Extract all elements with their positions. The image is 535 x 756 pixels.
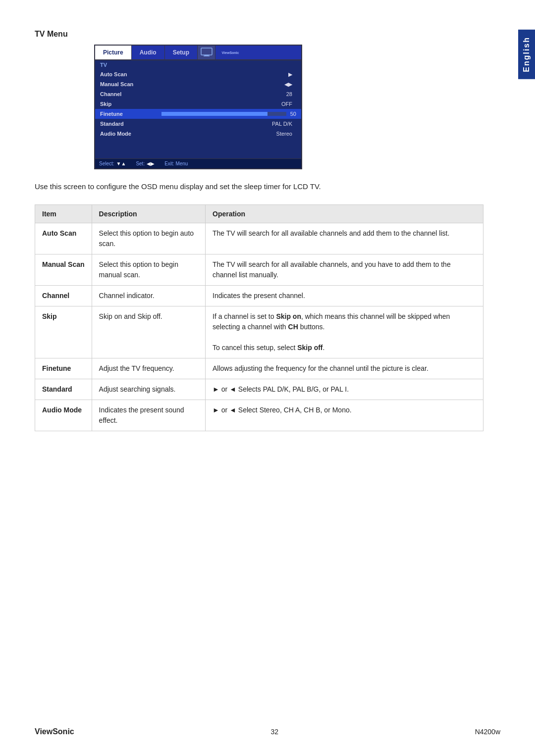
- osd-bottom-select: Select: ▼▲: [99, 161, 126, 166]
- item-manualscan: Manual Scan: [35, 254, 92, 285]
- table-row-autoscan: Auto Scan Select this option to begin au…: [35, 223, 483, 254]
- op-audiomode: ► or ◄ Select Stereo, CH A, CH B, or Mon…: [206, 400, 483, 431]
- table-row-finetune: Finetune Adjust the TV frequency. Allows…: [35, 358, 483, 379]
- col-header-item: Item: [35, 204, 92, 223]
- section-title: TV Menu: [35, 30, 483, 39]
- osd-bottom-bar: Select: ▼▲ Set: ◀▶ Exit: Menu: [95, 158, 301, 168]
- col-header-description: Description: [92, 204, 205, 223]
- osd-tab-setup[interactable]: Setup: [165, 46, 198, 59]
- osd-row-spacer2: [95, 149, 301, 158]
- item-finetune: Finetune: [35, 358, 92, 379]
- svg-rect-0: [201, 48, 212, 55]
- footer-page: 32: [270, 728, 278, 736]
- col-header-operation: Operation: [206, 204, 483, 223]
- osd-section-label: TV: [95, 60, 301, 69]
- footer-brand: ViewSonic: [35, 727, 74, 736]
- description-text: Use this screen to configure the OSD men…: [35, 181, 483, 193]
- desc-channel: Channel indicator.: [92, 285, 205, 306]
- table-row-skip: Skip Skip on and Skip off. If a channel …: [35, 306, 483, 358]
- osd-finetune-bar: [161, 112, 286, 116]
- op-standard: ► or ◄ Selects PAL D/K, PAL B/G, or PAL …: [206, 379, 483, 400]
- osd-bottom-exit: Exit: Menu: [164, 161, 188, 166]
- desc-manualscan: Select this option to begin manual scan.: [92, 254, 205, 285]
- item-audiomode: Audio Mode: [35, 400, 92, 431]
- osd-row-audiomode: Audio Mode Stereo: [95, 129, 301, 139]
- osd-tab-bar: Picture Audio Setup ViewSonic: [95, 46, 301, 60]
- osd-screenshot: Picture Audio Setup ViewSonic: [94, 45, 302, 169]
- op-channel: Indicates the present channel.: [206, 285, 483, 306]
- desc-audiomode: Indicates the present sound effect.: [92, 400, 205, 431]
- osd-row-manualscan: Manual Scan ◀▶: [95, 79, 301, 89]
- op-skip: If a channel is set to Skip on, which me…: [206, 306, 483, 358]
- table-header-row: Item Description Operation: [35, 204, 483, 223]
- desc-autoscan: Select this option to begin auto scan.: [92, 223, 205, 254]
- op-manualscan: The TV will search for all available cha…: [206, 254, 483, 285]
- table-row-standard: Standard Adjust searching signals. ► or …: [35, 379, 483, 400]
- osd-row-spacer1: [95, 139, 301, 149]
- table-row-audiomode: Audio Mode Indicates the present sound e…: [35, 400, 483, 431]
- osd-monitor-icon: [198, 46, 215, 59]
- item-skip: Skip: [35, 306, 92, 358]
- osd-row-finetune: Finetune 50: [95, 109, 301, 119]
- desc-skip: Skip on and Skip off.: [92, 306, 205, 358]
- table-row-manualscan: Manual Scan Select this option to begin …: [35, 254, 483, 285]
- info-table: Item Description Operation Auto Scan Sel…: [35, 204, 483, 431]
- osd-tab-picture[interactable]: Picture: [95, 46, 132, 59]
- language-tab: English: [518, 30, 535, 79]
- desc-finetune: Adjust the TV frequency.: [92, 358, 205, 379]
- osd-brand-icon: ViewSonic: [215, 46, 245, 59]
- op-finetune: Allows adjusting the frequency for the c…: [206, 358, 483, 379]
- osd-row-skip: Skip OFF: [95, 99, 301, 109]
- osd-row-standard: Standard PAL D/K: [95, 119, 301, 129]
- op-autoscan: The TV will search for all available cha…: [206, 223, 483, 254]
- page-footer: ViewSonic 32 N4200w: [0, 727, 535, 736]
- osd-row-channel: Channel 28: [95, 89, 301, 99]
- item-channel: Channel: [35, 285, 92, 306]
- item-autoscan: Auto Scan: [35, 223, 92, 254]
- osd-bottom-set: Set: ◀▶: [136, 161, 155, 166]
- osd-row-autoscan: Auto Scan ▶: [95, 69, 301, 79]
- table-row-channel: Channel Channel indicator. Indicates the…: [35, 285, 483, 306]
- item-standard: Standard: [35, 379, 92, 400]
- osd-tab-audio[interactable]: Audio: [132, 46, 165, 59]
- desc-standard: Adjust searching signals.: [92, 379, 205, 400]
- footer-model: N4200w: [475, 728, 500, 736]
